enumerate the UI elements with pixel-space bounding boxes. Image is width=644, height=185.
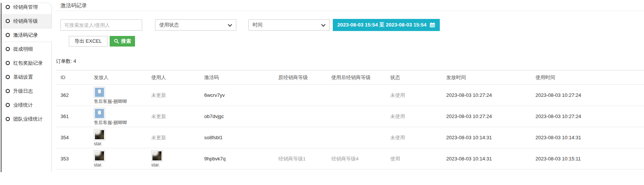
sidebar-item-redpacket-reward-records[interactable]: 红包奖励记录	[0, 56, 52, 70]
cell-used-at: 2023-08-03 10:27:24	[535, 85, 644, 106]
person: star.	[151, 150, 204, 167]
cell-id: 354	[56, 127, 94, 148]
table-header: ID发放人使用人激活码原经销商等级使用后经销商等级状态发放时间使用时间	[56, 70, 644, 85]
radio-circle-icon	[6, 19, 10, 23]
cell-user: 未更新	[151, 106, 204, 127]
table-row: 354star.未更新so8fsbl1未使用2023-08-03 10:14:3…	[56, 127, 644, 148]
cell-issued-at: 2023-08-03 10:27:24	[446, 106, 535, 127]
sidebar-item-upgrade-log[interactable]: 升级日志	[0, 84, 52, 98]
cell-user: star.	[151, 148, 204, 169]
header-divider	[56, 11, 644, 11]
column-header: 状态	[390, 70, 446, 85]
chevron-down-icon	[228, 22, 232, 26]
column-header: 激活码	[204, 70, 278, 85]
cell-issuer: 售后客服-丽唧唧	[94, 85, 151, 106]
sidebar-item-dealer-management[interactable]: 经销商管理	[0, 0, 52, 14]
cell-issuer: 售后客服-丽唧唧	[94, 106, 151, 127]
filter-bar: 使用状态 时间 2023-08-03 15:54 至 2023-08-03 15…	[56, 19, 644, 31]
cell-status: 未使用	[390, 85, 446, 106]
export-excel-button[interactable]: 导出 EXCEL	[69, 36, 107, 47]
search-input[interactable]	[61, 19, 142, 31]
sidebar-item-commission-details[interactable]: 提成明细	[0, 42, 52, 56]
cell-issuer: star.	[94, 127, 151, 148]
page-title: 激活码记录	[61, 0, 644, 8]
default-avatar-image[interactable]	[94, 108, 105, 119]
photo-avatar-image[interactable]	[94, 150, 105, 162]
cell-level-after	[331, 85, 390, 106]
cell-activation-code: so8fsbl1	[204, 127, 278, 148]
status-filter-select[interactable]: 使用状态	[155, 19, 236, 31]
column-header: 发放时间	[446, 70, 535, 85]
sidebar-item-label: 经销商等级	[13, 18, 38, 25]
cell-issued-at: 2023-08-03 10:14:31	[446, 148, 535, 169]
sidebar-item-label: 业绩统计	[13, 102, 33, 109]
cell-status: 未使用	[390, 127, 446, 148]
cell-id: 353	[56, 148, 94, 169]
sidebar-item-label: 升级日志	[13, 88, 33, 95]
cell-level-before: 经销商等级1	[278, 148, 331, 169]
time-filter-value: 时间	[253, 22, 262, 28]
sidebar-item-activation-code-records[interactable]: 激活码记录	[0, 28, 52, 42]
person: 售后客服-丽唧唧	[94, 87, 151, 104]
person-name: star.	[94, 163, 102, 167]
column-header: 使用时间	[535, 70, 644, 85]
cell-activation-code: ob7dvjgc	[204, 106, 278, 127]
time-filter-select[interactable]: 时间	[248, 19, 330, 31]
radio-circle-icon	[6, 33, 10, 37]
person: star.	[94, 150, 151, 167]
column-header: 发放人	[94, 70, 151, 85]
person-name: 售后客服-丽唧唧	[94, 120, 127, 125]
column-header: ID	[56, 70, 94, 85]
cell-issued-at: 2023-08-03 10:14:31	[446, 127, 535, 148]
search-button-label: 搜索	[121, 38, 131, 45]
sidebar-item-performance-stats[interactable]: 业绩统计	[0, 98, 52, 112]
window-left-border	[1, 3, 2, 172]
cell-user: 未更新	[151, 127, 204, 148]
cell-issued-at: 2023-08-03 10:27:24	[446, 85, 535, 106]
sidebar-item-label: 经销商管理	[13, 4, 38, 11]
date-range-value: 2023-08-03 15:54 至 2023-08-03 15:54	[337, 22, 427, 28]
cell-level-before	[278, 127, 331, 148]
chevron-down-icon	[321, 22, 325, 26]
sidebar-item-dealer-level[interactable]: 经销商等级	[0, 14, 52, 28]
calendar-icon	[430, 22, 435, 28]
search-icon	[114, 39, 119, 44]
sidebar-item-team-performance-stats[interactable]: 团队业绩统计	[0, 112, 52, 126]
photo-avatar-image[interactable]	[151, 150, 163, 162]
sidebar-item-basic-settings[interactable]: 基础设置	[0, 70, 52, 84]
sidebar-item-label: 基础设置	[13, 74, 33, 81]
sidebar: 经销商管理 经销商等级 激活码记录 提成明细 红包奖励记录 基础设置 升级日志	[0, 0, 52, 185]
cell-used-at: 2023-08-03 10:27:24	[535, 106, 644, 127]
cell-user: 未更新	[151, 85, 204, 106]
search-button[interactable]: 搜索	[110, 36, 135, 47]
cell-level-before	[278, 85, 331, 106]
cell-issuer: star.	[94, 148, 151, 169]
column-header: 原经销商等级	[278, 70, 331, 85]
radio-circle-icon	[6, 103, 10, 107]
column-header: 使用人	[151, 70, 204, 85]
radio-circle-icon	[6, 5, 10, 9]
radio-circle-icon	[6, 117, 10, 121]
cell-used-at: 2023-08-03 10:14:31	[535, 127, 644, 148]
photo-avatar-image[interactable]	[94, 129, 105, 140]
default-avatar-image[interactable]	[94, 87, 105, 98]
table-header-row: ID发放人使用人激活码原经销商等级使用后经销商等级状态发放时间使用时间	[56, 70, 644, 85]
radio-circle-icon	[6, 61, 10, 65]
person: 售后客服-丽唧唧	[94, 108, 151, 125]
date-range-button[interactable]: 2023-08-03 15:54 至 2023-08-03 15:54	[333, 19, 440, 31]
radio-circle-icon	[6, 47, 10, 51]
person-name: star.	[151, 163, 160, 167]
cell-level-after	[331, 106, 390, 127]
cell-used-at: 2023-08-03 10:15:11	[535, 148, 644, 169]
cell-status: 未使用	[390, 106, 446, 127]
order-count: 订单数: 4	[56, 58, 644, 65]
cell-level-after: 经销商等级4	[331, 148, 390, 169]
table-body: 362售后客服-丽唧唧未更新6wcrv7yv未使用2023-08-03 10:2…	[56, 85, 644, 169]
sidebar-item-label: 红包奖励记录	[13, 60, 43, 67]
column-header: 使用后经销商等级	[331, 70, 390, 85]
sidebar-item-label: 激活码记录	[13, 32, 38, 39]
person: star.	[94, 129, 151, 146]
radio-circle-icon	[6, 89, 10, 93]
action-bar: 导出 EXCEL 搜索	[69, 36, 644, 47]
table-row: 353star.star.9hpbvk7q经销商等级1经销商等级4使用2023-…	[56, 148, 644, 169]
